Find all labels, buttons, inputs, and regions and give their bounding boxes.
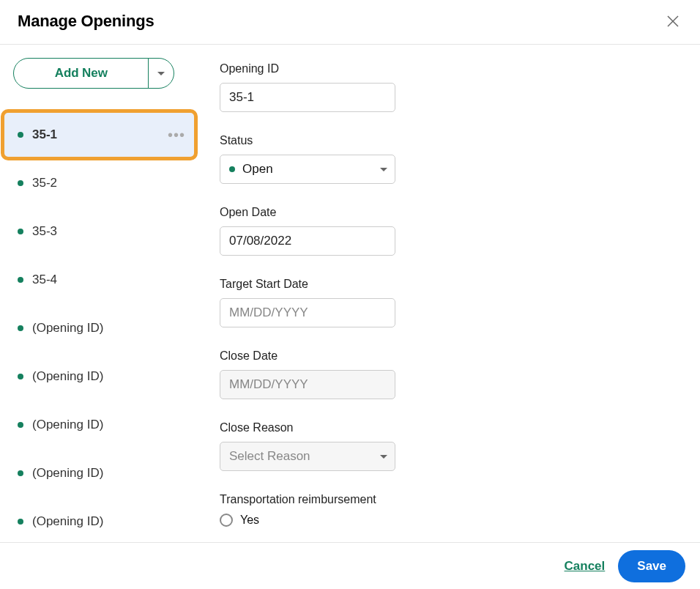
dialog-header: Manage Openings: [0, 0, 700, 45]
opening-item-label: 35-3: [32, 224, 185, 239]
field-close-date: Close Date: [220, 349, 679, 399]
opening-item-label: (Opening ID): [32, 466, 185, 481]
opening-item[interactable]: 35-1 •••: [2, 111, 196, 159]
cancel-button[interactable]: Cancel: [565, 559, 606, 574]
opening-item[interactable]: 35-3: [0, 207, 198, 256]
field-status: Status Open: [220, 134, 679, 184]
close-reason-placeholder: Select Reason: [229, 449, 310, 464]
opening-id-input[interactable]: [220, 83, 395, 112]
close-reason-select: Select Reason: [220, 442, 395, 471]
opening-item-label: 35-4: [32, 273, 185, 287]
status-dot-icon: [229, 166, 235, 172]
chevron-down-icon: [380, 168, 387, 171]
opening-id-label: Opening ID: [220, 62, 679, 75]
add-new-group: Add New: [13, 58, 174, 89]
save-button[interactable]: Save: [618, 550, 685, 582]
status-label: Status: [220, 134, 679, 147]
add-new-button[interactable]: Add New: [13, 58, 149, 89]
add-new-dropdown-toggle[interactable]: [148, 58, 174, 89]
status-dot-icon: [18, 519, 23, 525]
close-reason-label: Close Reason: [220, 421, 679, 434]
target-start-date-input[interactable]: [220, 298, 395, 327]
open-date-label: Open Date: [220, 206, 679, 219]
dialog-body: Add New 35-1 ••• 35-2 35-3 35-4: [0, 45, 700, 541]
status-dot-icon: [18, 470, 23, 476]
openings-sidebar: Add New 35-1 ••• 35-2 35-3 35-4: [0, 45, 199, 541]
status-dot-icon: [18, 422, 23, 428]
status-value: Open: [242, 162, 273, 177]
opening-item[interactable]: (Opening ID): [0, 304, 198, 352]
field-open-date: Open Date: [220, 206, 679, 256]
status-dot-icon: [18, 132, 23, 138]
opening-item-label: 35-1: [32, 127, 168, 142]
transport-yes-radio[interactable]: [220, 514, 233, 527]
field-opening-id: Opening ID: [220, 62, 679, 112]
dialog-title: Manage Openings: [18, 12, 154, 31]
opening-item-label: (Opening ID): [32, 418, 185, 432]
dialog-footer: Cancel Save: [0, 542, 700, 589]
opening-item-label: 35-2: [32, 176, 185, 190]
chevron-down-icon: [380, 455, 387, 459]
opening-item[interactable]: 35-4: [0, 256, 198, 304]
radio-row: Yes: [220, 514, 679, 527]
close-button[interactable]: [663, 12, 682, 31]
transport-label: Transportation reimbursement: [220, 493, 679, 506]
opening-item[interactable]: 35-2: [0, 159, 198, 207]
status-dot-icon: [18, 180, 23, 186]
transport-yes-label: Yes: [240, 514, 259, 527]
opening-item[interactable]: (Opening ID): [0, 449, 198, 497]
opening-item-label: (Opening ID): [32, 321, 185, 336]
opening-item[interactable]: (Opening ID): [0, 352, 198, 401]
close-icon: [666, 15, 679, 28]
status-select[interactable]: Open: [220, 155, 395, 184]
status-dot-icon: [18, 229, 23, 234]
openings-list: 35-1 ••• 35-2 35-3 35-4 (Opening ID): [0, 111, 198, 541]
close-date-label: Close Date: [220, 349, 679, 363]
opening-form: Opening ID Status Open Open Date Target …: [199, 45, 700, 541]
open-date-input[interactable]: [220, 226, 395, 256]
more-actions-icon[interactable]: •••: [168, 127, 185, 144]
chevron-down-icon: [157, 72, 165, 75]
field-target-start-date: Target Start Date: [220, 278, 679, 327]
status-dot-icon: [18, 325, 23, 331]
opening-item[interactable]: (Opening ID): [0, 497, 198, 541]
field-close-reason: Close Reason Select Reason: [220, 421, 679, 471]
status-dot-icon: [18, 277, 23, 283]
field-transport-reimbursement: Transportation reimbursement Yes: [220, 493, 679, 527]
close-date-input: [220, 370, 395, 399]
opening-item-label: (Opening ID): [32, 514, 185, 529]
target-start-date-label: Target Start Date: [220, 278, 679, 291]
opening-item[interactable]: (Opening ID): [0, 401, 198, 449]
status-dot-icon: [18, 374, 23, 379]
opening-item-label: (Opening ID): [32, 369, 185, 384]
